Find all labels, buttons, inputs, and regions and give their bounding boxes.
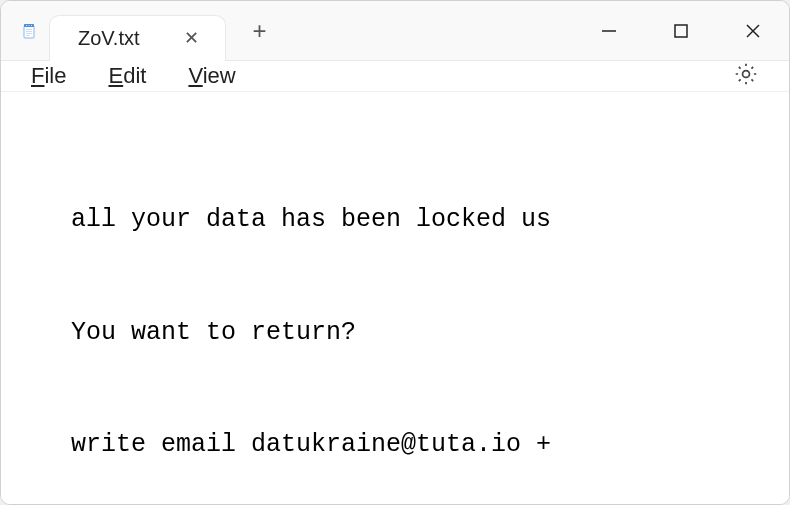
settings-button[interactable] [733, 61, 759, 91]
editor-line: all your data has been locked us [71, 201, 719, 239]
svg-rect-10 [675, 25, 687, 37]
file-tab[interactable]: ZoV.txt ✕ [49, 15, 226, 61]
close-window-button[interactable] [717, 1, 789, 61]
svg-point-2 [26, 25, 27, 26]
svg-point-4 [31, 25, 32, 26]
notepad-app-icon [1, 17, 49, 45]
gear-icon [733, 61, 759, 87]
svg-point-13 [743, 71, 750, 78]
menu-file[interactable]: File [31, 63, 66, 89]
notepad-window: ZoV.txt ✕ + File Edit View all your data… [0, 0, 790, 505]
svg-point-3 [29, 25, 30, 26]
svg-rect-0 [24, 26, 34, 38]
titlebar: ZoV.txt ✕ + [1, 1, 789, 61]
editor-line: write email datukraine@tuta.io + [71, 426, 719, 464]
minimize-button[interactable] [573, 1, 645, 61]
text-editor-area[interactable]: all your data has been locked us You wan… [1, 92, 789, 505]
menubar: File Edit View [1, 61, 789, 92]
editor-line: You want to return? [71, 314, 719, 352]
menu-view[interactable]: View [188, 63, 235, 89]
menu-edit[interactable]: Edit [108, 63, 146, 89]
maximize-button[interactable] [645, 1, 717, 61]
close-tab-icon[interactable]: ✕ [180, 23, 203, 53]
tab-title: ZoV.txt [78, 27, 140, 50]
new-tab-button[interactable]: + [236, 17, 284, 45]
